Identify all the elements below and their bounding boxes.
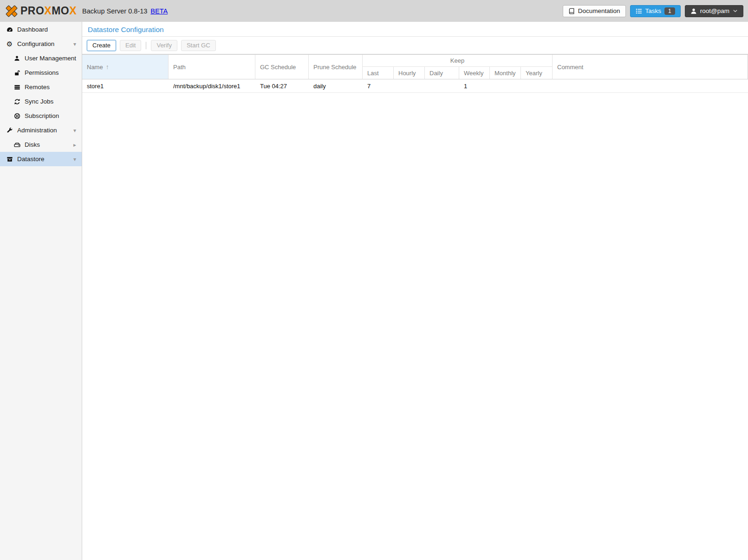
main-panel: Datastore Configuration Create Edit Veri…	[82, 22, 748, 560]
sidebar-item-subscription[interactable]: Subscription	[0, 109, 82, 123]
table-row[interactable]: store1 /mnt/backup/disk1/store1 Tue 04:2…	[82, 79, 748, 93]
column-header-name[interactable]: Name ↑	[82, 55, 169, 79]
tasks-count-badge: 1	[664, 7, 675, 15]
documentation-button[interactable]: Documentation	[563, 5, 626, 17]
beta-link[interactable]: BETA	[150, 7, 168, 15]
gauge-icon	[6, 26, 13, 33]
archive-icon	[6, 156, 13, 163]
sidebar-item-user-management[interactable]: User Management	[0, 51, 82, 65]
chevron-down-icon[interactable]: ▾	[73, 127, 76, 134]
cell-keep-monthly[interactable]	[490, 79, 521, 92]
page-title: Datastore Configuration	[82, 22, 748, 37]
gears-icon: ⚙	[6, 40, 13, 47]
column-header-keep-monthly[interactable]: Monthly	[490, 67, 521, 79]
task-list-icon	[636, 8, 642, 14]
sync-icon	[13, 98, 21, 105]
life-ring-icon	[13, 113, 21, 119]
product-name: Backup Server 0.8-13	[82, 7, 147, 15]
column-header-gc-schedule[interactable]: GC Schedule	[255, 55, 309, 79]
book-icon	[568, 8, 575, 14]
proxmox-logo: PROXMOX	[5, 4, 77, 18]
unlock-icon	[13, 70, 21, 76]
proxmox-wordmark: PROXMOX	[20, 6, 77, 16]
table-header: Name ↑ Path GC Schedule Prune Schedule K…	[82, 54, 748, 79]
sidebar-item-disks[interactable]: Disks ▸	[0, 137, 82, 152]
chevron-down-icon[interactable]: ▾	[73, 41, 76, 47]
sidebar-item-remotes[interactable]: Remotes	[0, 80, 82, 94]
user-icon	[690, 8, 697, 14]
sidebar-item-datastore[interactable]: Datastore ▾	[0, 152, 82, 166]
cell-keep-yearly[interactable]	[521, 79, 553, 92]
top-bar: PROXMOX Backup Server 0.8-13 BETA Docume…	[0, 0, 748, 22]
chevron-down-icon[interactable]: ▾	[73, 156, 76, 163]
column-header-keep-hourly[interactable]: Hourly	[394, 67, 425, 79]
toolbar-separator	[146, 42, 146, 49]
hdd-icon	[13, 142, 21, 148]
sidebar-item-dashboard[interactable]: Dashboard	[0, 22, 82, 37]
sidebar-item-configuration[interactable]: ⚙ Configuration ▾	[0, 37, 82, 51]
user-menu-button[interactable]: root@pam	[685, 5, 743, 17]
column-header-comment[interactable]: Comment	[553, 55, 748, 79]
cell-path[interactable]: /mnt/backup/disk1/store1	[169, 79, 255, 92]
sort-asc-icon: ↑	[106, 63, 109, 71]
toolbar: Create Edit Verify Start GC	[82, 37, 748, 54]
cell-keep-last[interactable]: 7	[363, 79, 394, 92]
column-header-prune-schedule[interactable]: Prune Schedule	[309, 55, 363, 79]
edit-button[interactable]: Edit	[120, 40, 141, 51]
column-header-keep-yearly[interactable]: Yearly	[521, 67, 553, 79]
start-gc-button[interactable]: Start GC	[181, 40, 216, 51]
tasks-button[interactable]: Tasks 1	[630, 5, 681, 17]
sidebar-item-sync-jobs[interactable]: Sync Jobs	[0, 94, 82, 109]
cell-comment[interactable]	[553, 79, 748, 92]
sidebar: Dashboard ⚙ Configuration ▾ User Managem…	[0, 22, 82, 560]
cell-keep-weekly[interactable]: 1	[459, 79, 490, 92]
create-button[interactable]: Create	[87, 40, 116, 51]
column-header-keep-group: Keep	[363, 55, 553, 67]
verify-button[interactable]: Verify	[151, 40, 177, 51]
wrench-icon	[6, 127, 13, 134]
cell-name[interactable]: store1	[82, 79, 169, 92]
cell-keep-daily[interactable]	[425, 79, 459, 92]
cell-gc-schedule[interactable]: Tue 04:27	[255, 79, 309, 92]
chevron-down-icon	[733, 8, 738, 13]
column-header-path[interactable]: Path	[169, 55, 255, 79]
column-header-keep-daily[interactable]: Daily	[425, 67, 459, 79]
proxmox-x-logo-icon	[5, 4, 19, 18]
server-icon	[13, 84, 21, 91]
column-header-keep-weekly[interactable]: Weekly	[459, 67, 490, 79]
sidebar-item-administration[interactable]: Administration ▾	[0, 123, 82, 137]
column-header-keep-last[interactable]: Last	[363, 67, 394, 79]
user-icon	[13, 55, 21, 61]
cell-keep-hourly[interactable]	[394, 79, 425, 92]
sidebar-item-permissions[interactable]: Permissions	[0, 65, 82, 80]
chevron-right-icon[interactable]: ▸	[73, 142, 76, 148]
cell-prune-schedule[interactable]: daily	[309, 79, 363, 92]
